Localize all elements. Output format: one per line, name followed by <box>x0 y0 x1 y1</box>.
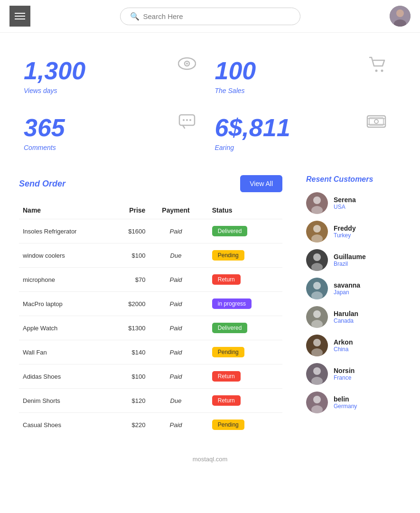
status-badge: Pending <box>212 347 244 357</box>
customer-country: Brazil <box>334 261 366 267</box>
customer-name: Norsin <box>334 367 355 374</box>
stat-views: 1,300 Views days <box>19 47 210 104</box>
customer-info: Serena USA <box>334 196 356 210</box>
cell-name: Casual Shoes <box>19 413 112 437</box>
avatar[interactable] <box>390 6 411 27</box>
comment-icon <box>178 113 196 133</box>
customer-info: Harulan Canada <box>334 310 358 324</box>
table-row: Apple Watch $1300 Paid Delivered <box>19 316 282 340</box>
customer-name: belin <box>334 395 357 403</box>
menu-button[interactable] <box>9 6 30 27</box>
cell-price: $140 <box>112 340 149 364</box>
cell-payment: Paid <box>149 413 202 437</box>
avatar <box>306 392 328 413</box>
search-bar: 🔍 <box>120 8 300 25</box>
svg-point-18 <box>313 196 321 204</box>
svg-point-7 <box>381 70 383 72</box>
customer-info: Freddy Turkey <box>334 224 356 239</box>
cell-status: Return <box>203 389 282 413</box>
list-item: Freddy Turkey <box>306 221 411 243</box>
money-icon <box>366 113 387 133</box>
cell-status: Pending <box>203 413 282 437</box>
status-badge: Pending <box>212 420 244 430</box>
cell-status: Delivered <box>203 316 282 340</box>
customer-name: Freddy <box>334 224 356 232</box>
cell-name: MacPro laptop <box>19 292 112 316</box>
customer-info: savanna Japan <box>334 281 360 296</box>
customer-country: Japan <box>334 289 360 296</box>
cell-price: $1300 <box>112 316 149 340</box>
customer-country: Germany <box>334 403 357 410</box>
cell-price: $100 <box>112 243 149 268</box>
eye-icon <box>178 56 196 74</box>
earning-label: Earing <box>215 144 397 151</box>
table-row: Casual Shoes $220 Paid Pending <box>19 413 282 437</box>
avatar <box>306 192 328 214</box>
avatar <box>306 363 328 385</box>
svg-point-24 <box>313 253 321 261</box>
cell-status: Return <box>203 364 282 389</box>
cell-name: Wall Fan <box>19 340 112 364</box>
status-badge: in progress <box>212 298 252 309</box>
stat-sales: 100 The Sales <box>210 47 401 104</box>
cell-name: Denim Shorts <box>19 389 112 413</box>
customer-country: USA <box>334 204 356 210</box>
customer-info: Arkon China <box>334 338 353 353</box>
cell-status: Return <box>203 268 282 292</box>
header: 🔍 <box>0 0 420 33</box>
customer-name: Serena <box>334 196 356 204</box>
avatar <box>306 306 328 328</box>
list-item: Guillaume Brazil <box>306 249 411 271</box>
table-header-row: Name Prise Payment Status <box>19 202 282 219</box>
svg-point-11 <box>189 119 191 121</box>
table-row: Wall Fan $140 Paid Pending <box>19 340 282 364</box>
search-input[interactable] <box>143 12 290 20</box>
cell-payment: Paid <box>149 292 202 316</box>
svg-point-27 <box>313 282 321 289</box>
cell-status: Pending <box>203 340 282 364</box>
cell-payment: Due <box>149 243 202 268</box>
status-badge: Return <box>212 371 241 382</box>
svg-point-39 <box>313 396 321 403</box>
cell-price: $100 <box>112 364 149 389</box>
stats-container: 1,300 Views days 100 The Sales 365 Comme… <box>0 33 420 166</box>
customer-name: Guillaume <box>334 253 366 261</box>
cell-name: Insoles Refrigerator <box>19 219 112 243</box>
list-item: savanna Japan <box>306 278 411 299</box>
customer-name: savanna <box>334 281 360 289</box>
col-price: Prise <box>112 202 149 219</box>
customer-info: Guillaume Brazil <box>334 253 366 267</box>
col-status: Status <box>203 202 282 219</box>
cell-status: Delivered <box>203 219 282 243</box>
col-name: Name <box>19 202 112 219</box>
cell-price: $120 <box>112 389 149 413</box>
cell-price: $70 <box>112 268 149 292</box>
table-row: window coolers $100 Due Pending <box>19 243 282 268</box>
right-panel: Resent Customers Serena USA <box>297 170 420 446</box>
svg-point-14 <box>374 120 378 123</box>
list-item: Serena USA <box>306 192 411 214</box>
list-item: belin Germany <box>306 392 411 413</box>
cell-payment: Due <box>149 389 202 413</box>
table-row: microphone $70 Paid Return <box>19 268 282 292</box>
status-badge: Delivered <box>212 323 248 333</box>
view-all-button[interactable]: View All <box>240 175 282 192</box>
main-content: Send Order View All Name Prise Payment S… <box>0 166 420 446</box>
cell-price: $220 <box>112 413 149 437</box>
cell-payment: Paid <box>149 340 202 364</box>
search-icon: 🔍 <box>130 12 140 21</box>
list-item: Norsin France <box>306 363 411 385</box>
table-row: MacPro laptop $2000 Paid in progress <box>19 292 282 316</box>
table-row: Denim Shorts $120 Due Return <box>19 389 282 413</box>
cell-status: Pending <box>203 243 282 268</box>
table-row: Insoles Refrigerator $1600 Paid Delivere… <box>19 219 282 243</box>
avatar <box>306 249 328 271</box>
sales-label: The Sales <box>215 87 397 94</box>
left-panel: Send Order View All Name Prise Payment S… <box>0 170 297 446</box>
send-order-header: Send Order View All <box>19 175 282 192</box>
list-item: Arkon China <box>306 335 411 356</box>
cell-status: in progress <box>203 292 282 316</box>
customer-country: Canada <box>334 317 358 324</box>
svg-point-6 <box>375 70 378 72</box>
avatar <box>306 278 328 299</box>
